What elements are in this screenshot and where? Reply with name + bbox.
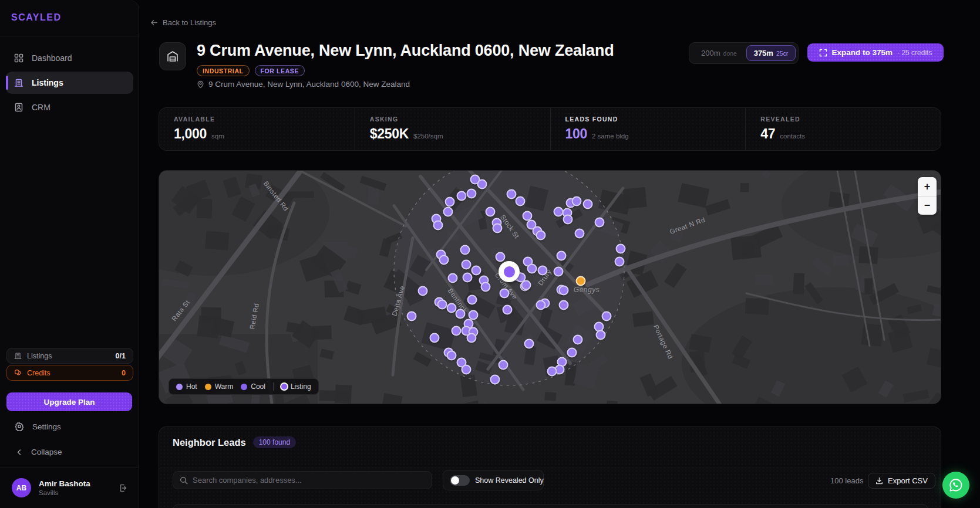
lead-dot[interactable]	[462, 260, 472, 270]
lead-dot[interactable]	[559, 300, 569, 310]
lead-dot[interactable]	[456, 309, 466, 319]
lead-dot[interactable]	[477, 180, 487, 189]
leads-map[interactable]: Binsted RdRata StReid RdDelta AveStock S…	[159, 170, 941, 404]
lead-dot[interactable]	[554, 267, 564, 277]
lead-dot[interactable]	[433, 221, 443, 231]
property-icon-tile	[159, 42, 186, 70]
radius-option-375m[interactable]: 375m 25cr	[746, 45, 796, 61]
lead-dot[interactable]	[595, 218, 605, 228]
lead-dot[interactable]	[437, 300, 447, 310]
usage-label: Listings	[27, 352, 52, 360]
lead-dot[interactable]	[467, 189, 477, 199]
lead-dot[interactable]	[407, 311, 417, 321]
export-csv-button[interactable]: Export CSV	[868, 473, 935, 489]
lead-dot[interactable]	[418, 286, 428, 296]
lead-dot[interactable]	[602, 311, 612, 321]
lead-dot[interactable]	[524, 339, 534, 349]
legend-divider	[273, 382, 274, 391]
divider	[159, 469, 941, 469]
lead-dot[interactable]	[472, 266, 481, 276]
lead-dot[interactable]	[575, 229, 585, 239]
divider	[0, 36, 139, 36]
sidebar-item-crm[interactable]: CRM	[6, 96, 133, 118]
zoom-out-button[interactable]: −	[918, 197, 937, 215]
sidebar-item-listings[interactable]: Listings	[6, 72, 133, 94]
stat-label: LEADS FOUND	[565, 116, 746, 123]
lead-dot[interactable]	[573, 335, 583, 345]
lead-dot[interactable]	[467, 295, 477, 305]
lead-dot[interactable]	[503, 305, 513, 315]
lead-dot[interactable]	[527, 264, 537, 274]
lead-dot[interactable]	[462, 365, 472, 375]
lead-dot[interactable]	[481, 282, 491, 292]
industrial-badge: INDUSTRIAL	[197, 65, 250, 76]
stats-bar: AVAILABLE 1,000sqm ASKING $250K$250/sqm …	[159, 107, 941, 151]
badge-row: INDUSTRIAL FOR LEASE	[197, 65, 305, 76]
lead-dot[interactable]	[457, 191, 467, 201]
lead-dot[interactable]	[521, 280, 531, 290]
lead-dot[interactable]	[500, 289, 510, 299]
listing-marker[interactable]	[499, 261, 520, 282]
zoom-in-button[interactable]: +	[918, 177, 937, 196]
user-org: Savills	[39, 489, 90, 496]
lead-dot[interactable]	[615, 257, 625, 267]
settings-label: Settings	[32, 422, 61, 431]
back-to-listings-link[interactable]: Back to Listings	[150, 18, 216, 27]
logout-icon[interactable]	[118, 483, 127, 493]
lead-dot[interactable]	[460, 245, 470, 255]
lead-dot[interactable]	[439, 255, 449, 265]
legend-label: Listing	[291, 382, 311, 391]
hot-dot-icon	[176, 384, 183, 390]
lead-dot[interactable]	[559, 286, 569, 296]
whatsapp-button[interactable]	[942, 472, 969, 499]
radius-option-200m[interactable]: 200m done	[692, 49, 746, 57]
sidebar-item-settings[interactable]: Settings	[15, 422, 61, 431]
sidebar-item-dashboard[interactable]: Dashboard	[6, 47, 133, 69]
sidebar-item-label: Listings	[32, 78, 63, 87]
lead-dot[interactable]	[490, 375, 500, 385]
lead-dot[interactable]	[583, 199, 593, 209]
listing-dot-icon	[281, 384, 287, 390]
lead-dot[interactable]	[496, 252, 506, 262]
lead-dot[interactable]	[499, 360, 508, 370]
lead-dot[interactable]	[507, 189, 517, 199]
lead-dot[interactable]	[557, 251, 567, 261]
lead-dot[interactable]	[447, 303, 457, 313]
lead-dot[interactable]	[547, 367, 557, 377]
building-icon	[14, 78, 23, 87]
page-title: 9 Crum Avenue, New Lynn, Auckland 0600, …	[197, 42, 614, 60]
show-revealed-toggle[interactable]: Show Revealed Only	[443, 470, 544, 490]
lead-dot[interactable]	[430, 333, 440, 343]
radius-tag: 25cr	[776, 50, 788, 57]
stat-value: 1,000	[174, 126, 207, 142]
lead-dot[interactable]	[536, 300, 546, 310]
warm-lead-dot[interactable]	[576, 276, 586, 286]
lead-dot[interactable]	[448, 273, 458, 283]
search-box	[173, 471, 432, 489]
lead-dot[interactable]	[563, 215, 573, 225]
lead-dot[interactable]	[486, 207, 496, 217]
lead-dot[interactable]	[452, 326, 462, 336]
lead-dot[interactable]	[443, 207, 453, 217]
lead-dot[interactable]	[445, 197, 455, 207]
lead-dot[interactable]	[493, 223, 503, 233]
lead-dot[interactable]	[567, 348, 577, 358]
lead-dot[interactable]	[463, 273, 473, 283]
lead-dot[interactable]	[447, 351, 457, 361]
lead-dot[interactable]	[596, 330, 606, 340]
gear-icon	[15, 422, 24, 431]
toggle-track[interactable]	[450, 475, 470, 486]
lead-dot[interactable]	[516, 197, 526, 206]
lead-dot[interactable]	[538, 266, 548, 276]
lead-dot[interactable]	[572, 197, 582, 206]
user-profile[interactable]: AB Amir Bashota Savills	[0, 467, 139, 508]
collapse-sidebar-button[interactable]: Collapse	[16, 448, 62, 456]
search-input[interactable]	[193, 476, 425, 485]
legend-item-listing: Listing	[281, 382, 311, 391]
lead-dot[interactable]	[467, 333, 477, 343]
upgrade-plan-button[interactable]: Upgrade Plan	[6, 392, 132, 411]
credits-value: 0	[122, 369, 126, 377]
lead-dot[interactable]	[536, 231, 546, 241]
lead-dot[interactable]	[616, 244, 626, 254]
expand-radius-button[interactable]: Expand to 375m · 25 credits	[807, 43, 944, 62]
